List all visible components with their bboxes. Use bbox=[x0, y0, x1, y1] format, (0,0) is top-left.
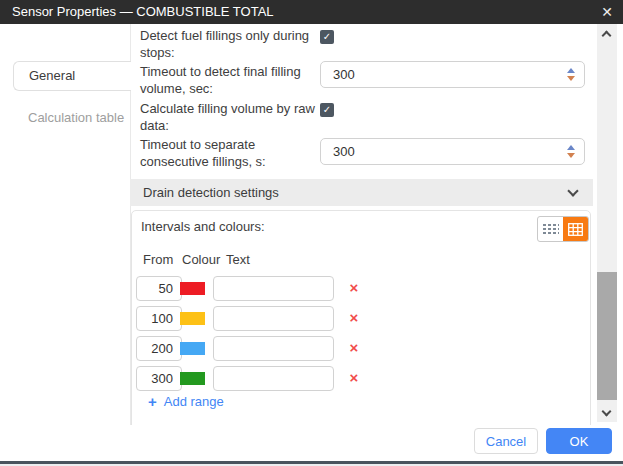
column-header-colour: Colour bbox=[182, 252, 220, 267]
field-label-timeout-final-filling: Timeout to detect final filling volume, … bbox=[140, 63, 325, 97]
field-label-calc-raw-data: Calculate filling volume by raw data: bbox=[140, 100, 325, 134]
sidebar: General Calculation table bbox=[0, 24, 131, 425]
vertical-scrollbar[interactable] bbox=[597, 24, 617, 422]
cancel-button[interactable]: Cancel bbox=[474, 428, 538, 454]
detect-fillings-checkbox[interactable]: ✓ bbox=[320, 30, 334, 44]
scrollbar-thumb[interactable] bbox=[597, 272, 617, 400]
close-icon[interactable]: ✕ bbox=[595, 0, 619, 24]
delete-row-icon[interactable]: × bbox=[346, 278, 362, 298]
sensor-properties-dialog: Sensor Properties — COMBUSTIBLE TOTAL ✕ … bbox=[0, 0, 623, 466]
interval-row: × bbox=[0, 306, 623, 331]
tab-general[interactable]: General bbox=[13, 61, 131, 91]
text-input[interactable] bbox=[213, 366, 334, 391]
chevron-down-icon bbox=[567, 185, 578, 196]
add-range-button[interactable]: +Add range bbox=[148, 393, 224, 411]
chevron-up-icon bbox=[602, 31, 612, 41]
list-view-icon bbox=[543, 224, 559, 235]
text-input[interactable] bbox=[213, 276, 334, 301]
from-input[interactable] bbox=[136, 336, 182, 361]
timeout-consecutive-field bbox=[320, 138, 585, 165]
plus-icon: + bbox=[148, 393, 157, 410]
tab-general-label: General bbox=[29, 68, 75, 83]
interval-row: × bbox=[0, 276, 623, 301]
timeout-final-filling-field bbox=[320, 61, 585, 88]
scroll-up-button[interactable] bbox=[597, 24, 617, 42]
delete-row-icon[interactable]: × bbox=[346, 368, 362, 388]
from-input[interactable] bbox=[136, 366, 182, 391]
colour-swatch[interactable] bbox=[180, 282, 205, 295]
spinner-icon[interactable] bbox=[567, 68, 575, 81]
field-label-timeout-consecutive: Timeout to separate consecutive fillings… bbox=[140, 136, 325, 170]
chevron-down-icon bbox=[602, 407, 612, 417]
colour-swatch[interactable] bbox=[180, 342, 205, 355]
field-label-detect-fillings: Detect fuel fillings only during stops: bbox=[140, 27, 325, 61]
intervals-panel bbox=[131, 210, 591, 456]
from-input[interactable] bbox=[136, 306, 182, 331]
colour-swatch[interactable] bbox=[180, 372, 205, 385]
view-toggle-group bbox=[537, 216, 589, 242]
list-view-button[interactable] bbox=[538, 217, 563, 241]
calc-raw-data-checkbox[interactable]: ✓ bbox=[320, 103, 334, 117]
intervals-label: Intervals and colours: bbox=[141, 219, 265, 234]
grid-view-icon bbox=[568, 223, 583, 236]
tab-calculation-table-label: Calculation table bbox=[28, 110, 124, 125]
from-input[interactable] bbox=[136, 276, 182, 301]
check-icon: ✓ bbox=[323, 31, 331, 42]
ok-button[interactable]: OK bbox=[546, 428, 612, 454]
column-header-from: From bbox=[143, 252, 173, 267]
spinner-icon[interactable] bbox=[567, 145, 575, 158]
drain-detection-label: Drain detection settings bbox=[143, 179, 279, 206]
add-range-label: Add range bbox=[164, 394, 224, 409]
timeout-consecutive-input[interactable] bbox=[320, 138, 585, 165]
grid-view-button[interactable] bbox=[563, 217, 588, 241]
column-header-text: Text bbox=[226, 252, 250, 267]
check-icon: ✓ bbox=[323, 104, 331, 115]
text-input[interactable] bbox=[213, 336, 334, 361]
delete-row-icon[interactable]: × bbox=[346, 308, 362, 328]
delete-row-icon[interactable]: × bbox=[346, 338, 362, 358]
scroll-down-button[interactable] bbox=[597, 404, 617, 422]
text-input[interactable] bbox=[213, 306, 334, 331]
colour-swatch[interactable] bbox=[180, 312, 205, 325]
dialog-titlebar: Sensor Properties — COMBUSTIBLE TOTAL ✕ bbox=[0, 0, 623, 24]
interval-row: × bbox=[0, 336, 623, 361]
dialog-title: Sensor Properties — COMBUSTIBLE TOTAL bbox=[12, 0, 274, 24]
timeout-final-filling-input[interactable] bbox=[320, 61, 585, 88]
drain-detection-section-header[interactable]: Drain detection settings bbox=[130, 179, 593, 206]
interval-row: × bbox=[0, 366, 623, 391]
tab-calculation-table[interactable]: Calculation table bbox=[28, 108, 128, 128]
dialog-footer: Cancel OK bbox=[0, 425, 623, 460]
